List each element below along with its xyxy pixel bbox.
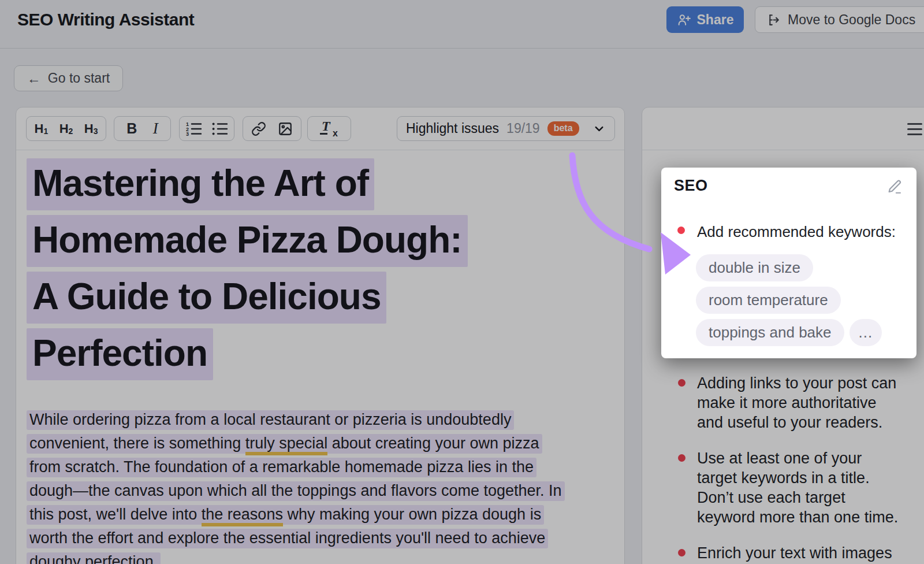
keyword-pill[interactable]: double in size xyxy=(696,254,813,281)
recommendation-bullet xyxy=(677,227,685,234)
edit-button[interactable] xyxy=(886,179,903,195)
keyword-pills: double in sizeroom temperaturetoppings a… xyxy=(696,254,904,346)
pencil-icon xyxy=(886,179,903,195)
card-recommendation: Add recommended keywords: xyxy=(677,222,904,241)
keyword-pill[interactable]: room temperature xyxy=(696,287,841,314)
more-keywords-button[interactable]: ... xyxy=(850,319,882,346)
recommendation-text: Add recommended keywords: xyxy=(697,222,896,241)
seo-card: SEO Add recommended keywords: double in … xyxy=(661,168,916,358)
keyword-pill[interactable]: toppings and bake xyxy=(696,319,844,346)
seo-card-title: SEO xyxy=(674,177,708,195)
